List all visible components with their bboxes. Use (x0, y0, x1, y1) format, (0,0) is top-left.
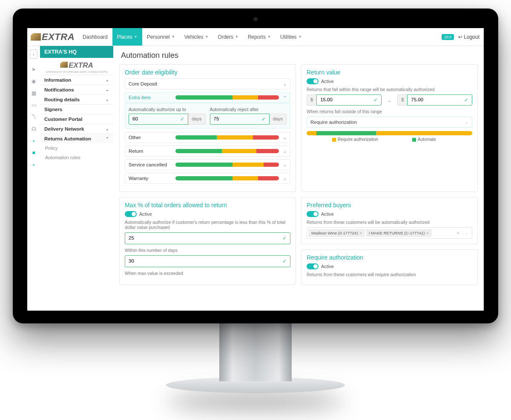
outside-select[interactable]: Require authorization⌄ (307, 117, 472, 128)
brand-text: EXTRA (42, 31, 75, 43)
outside-label: When returns fall outside of this range (307, 109, 472, 114)
row-extra-item[interactable]: Extra item ⌃ (125, 92, 290, 103)
monitor-frame: EXTRA Dashboard Places▼ Personnel▼ Vehic… (13, 9, 498, 323)
nav-orders[interactable]: Orders▼ (213, 28, 243, 46)
chevron-up-icon: ⌃ (106, 137, 109, 141)
progress-bar (175, 135, 279, 140)
nav-vehicles[interactable]: Vehicles▼ (180, 28, 213, 46)
exceed-label: When max value is exceeded (125, 271, 290, 276)
progress-bar (175, 176, 279, 180)
progress-bar (175, 149, 279, 153)
row-return[interactable]: Return ⌄ (125, 146, 290, 157)
days-input[interactable]: 30✓ (125, 255, 290, 267)
rail-collapse-button[interactable]: › (30, 49, 37, 59)
reject-label: Automatically reject after (210, 107, 287, 112)
card-preferred-buyers: Preferred buyers Active Returns from the… (301, 197, 478, 244)
card-order-date: Order date eligibility Core Deposit ⌄ Ex… (119, 64, 296, 192)
buyer-tag: I MAKE RETURNS (C-177741)× (366, 229, 431, 237)
card-return-value: Return value Active Returns that fall wi… (301, 64, 478, 192)
row-warranty[interactable]: Warranty ⌄ (125, 173, 290, 184)
remove-tag-icon[interactable]: × (426, 231, 429, 235)
nav-reports[interactable]: Reports▼ (243, 28, 276, 46)
chevron-down-icon: ⌄ (283, 82, 287, 86)
headset-icon[interactable]: ☊ (31, 126, 37, 132)
remove-tag-icon[interactable]: × (359, 231, 362, 235)
active-toggle[interactable] (307, 211, 319, 217)
check-icon: ✓ (282, 235, 287, 241)
reject-days-input[interactable]: 75✓ (210, 114, 270, 125)
card-title: Require authorization (307, 254, 472, 261)
nav-personnel[interactable]: Personnel▼ (142, 28, 180, 46)
sidebar-item-portal[interactable]: Customer Portal (40, 114, 113, 124)
sidebar-item-notifications[interactable]: Notifications⌄ (40, 85, 113, 94)
legend: Require authorization Automate (307, 137, 472, 142)
currency-label: $ (307, 94, 316, 106)
unit-label: days (188, 114, 205, 125)
eye-icon[interactable]: ◉ (31, 78, 37, 84)
nav-dashboard[interactable]: Dashboard (78, 28, 112, 46)
top-navbar: EXTRA Dashboard Places▼ Personnel▼ Vehic… (27, 28, 484, 46)
legend-bar (307, 131, 472, 135)
caret-down-icon: ▼ (267, 35, 271, 39)
card-title: Order date eligibility (125, 69, 290, 76)
progress-bar (175, 95, 279, 100)
sidebar-item-returns[interactable]: Returns Automation⌃ (40, 134, 113, 143)
caret-down-icon: ▼ (205, 35, 208, 39)
chevron-down-icon: ⌄ (283, 176, 287, 181)
auth-label: Automatically authorize up to (129, 107, 206, 112)
chevron-down-icon: ⌄ (283, 163, 287, 167)
save-icon[interactable]: ▪ (31, 138, 37, 144)
archive-icon[interactable]: ▪ (31, 162, 37, 168)
active-label: Active (139, 211, 152, 217)
unit-label: days (270, 114, 287, 125)
active-label: Active (321, 264, 334, 269)
active-toggle[interactable] (307, 78, 319, 84)
caret-down-icon: ▼ (172, 35, 175, 39)
max-percent-input[interactable]: 25✓ (125, 232, 290, 244)
brand-logo[interactable]: EXTRA (27, 31, 78, 43)
sidebar-sub-policy[interactable]: Policy (40, 143, 113, 153)
chevron-up-icon: ⌃ (283, 95, 287, 100)
row-other[interactable]: Other ⌄ (125, 132, 290, 143)
buyers-select[interactable]: Madison Wine (0-177724)× I MAKE RETURNS … (307, 227, 472, 239)
caret-down-icon: ▼ (235, 35, 238, 39)
caret-down-icon: ▼ (299, 35, 302, 39)
max-value-input[interactable]: 75.00✓ (407, 94, 472, 106)
sidebar-item-information[interactable]: Information⌄ (40, 75, 113, 85)
logout-button[interactable]: Logout (458, 34, 479, 40)
auth-days-input[interactable]: 60✓ (129, 114, 188, 125)
row-core-deposit[interactable]: Core Deposit ⌄ (125, 78, 290, 89)
location-icon[interactable]: ➤ (31, 66, 37, 72)
check-icon: ✓ (282, 258, 287, 264)
currency-label: $ (397, 94, 407, 106)
laptop-icon[interactable]: ▭ (31, 102, 37, 108)
card-max-percent: Max % of total orders allowed to return … (119, 197, 296, 285)
active-toggle[interactable] (125, 211, 137, 217)
check-icon: ✓ (261, 116, 266, 122)
clear-tags-icon[interactable]: × (455, 230, 461, 236)
chevron-down-icon: ⌄ (106, 127, 109, 131)
camera-dot (253, 17, 258, 21)
check-icon: ✓ (180, 116, 184, 122)
sidebar-item-routing[interactable]: Routing details⌄ (40, 94, 113, 104)
sidebar-sub-automation[interactable]: Automation rules (40, 153, 113, 162)
row-service-cancelled[interactable]: Service cancelled ⌄ (125, 159, 290, 170)
monitor-stand-neck (219, 322, 292, 381)
sidebar-item-signers[interactable]: Signers (40, 104, 113, 114)
video-icon[interactable]: ■ (31, 150, 37, 156)
min-value-input[interactable]: 15.00✓ (316, 94, 382, 106)
maxpct-desc: Automatically authorize if customer's re… (125, 220, 290, 230)
page-title: Automation rules (121, 51, 478, 60)
nav-places[interactable]: Places▼ (112, 28, 142, 46)
check-icon: ✓ (373, 97, 378, 103)
chevron-down-icon[interactable]: ⌄ (463, 231, 470, 235)
active-toggle[interactable] (307, 263, 319, 269)
sidebar-item-delivery[interactable]: Delivery Network⌄ (40, 124, 113, 134)
icon-rail: › ➤ ◉ ▦ ▭ 〽 ☊ ▪ ■ ▪ (27, 46, 40, 311)
chart-icon[interactable]: 〽 (31, 114, 37, 120)
card-title: Preferred buyers (307, 202, 472, 209)
nav-utilities[interactable]: Utilities▼ (276, 28, 307, 46)
row-extra-item-panel: Automatically authorize up to 60✓ days A… (125, 103, 290, 129)
calendar-icon[interactable]: ▦ (31, 90, 37, 96)
chevron-down-icon: ⌄ (283, 135, 287, 140)
